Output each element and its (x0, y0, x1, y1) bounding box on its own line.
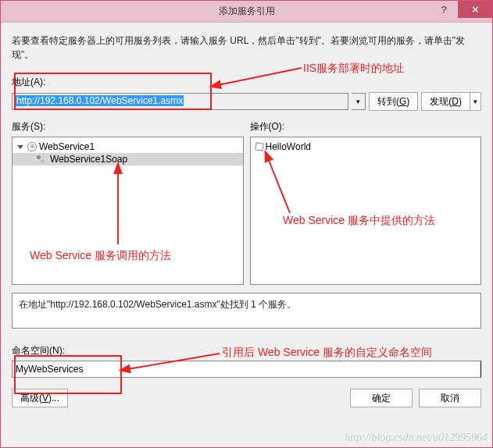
operations-label: 操作(O): (250, 120, 482, 133)
operation-item[interactable]: HelloWorld (251, 140, 481, 153)
address-label: 地址(A): (12, 76, 481, 89)
ok-button[interactable]: 确定 (350, 389, 413, 407)
services-column: 服务(S): ⊕ WebService1 WebService1Soap (12, 120, 244, 285)
expand-icon[interactable] (17, 145, 23, 149)
address-dropdown-arrow[interactable]: ▾ (352, 93, 366, 110)
operations-listbox[interactable]: HelloWorld (250, 137, 482, 285)
status-text: 在地址"http://192.168.0.102/WebService1.asm… (19, 299, 296, 310)
advanced-button[interactable]: 高级(V)... (12, 389, 68, 407)
columns: 服务(S): ⊕ WebService1 WebService1Soap 操作(… (12, 120, 481, 285)
address-value: http://192.168.0.102/WebService1.asmx (16, 95, 184, 106)
cancel-button[interactable]: 取消 (419, 389, 481, 407)
watermark: http://blog.csdn.net/u012995964 (345, 432, 488, 444)
status-box: 在地址"http://192.168.0.102/WebService1.asm… (12, 293, 481, 329)
help-button[interactable]: ? (430, 1, 458, 18)
discover-dropdown[interactable]: ▾ (470, 92, 481, 111)
discover-split-button: 发现(D) ▾ (421, 92, 481, 111)
endpoint-icon (37, 155, 48, 163)
go-button[interactable]: 转到(G) (369, 92, 418, 111)
tree-item-label: WebService1Soap (50, 154, 127, 165)
operations-column: 操作(O): HelloWorld (250, 120, 482, 285)
address-row: http://192.168.0.102/WebService1.asmx ▾ … (12, 92, 481, 111)
tree-root[interactable]: ⊕ WebService1 (13, 140, 243, 153)
method-icon (255, 142, 263, 151)
dialog-title: 添加服务引用 (219, 5, 275, 18)
namespace-label: 命名空间(N): (12, 344, 481, 357)
tree-root-label: WebService1 (39, 141, 95, 152)
instruction-text: 若要查看特定服务器上的可用服务列表，请输入服务 URL，然后单击"转到"。若要浏… (12, 34, 481, 62)
window-controls: ? ✕ (430, 1, 492, 18)
services-label: 服务(S): (12, 120, 244, 133)
address-input[interactable]: http://192.168.0.102/WebService1.asmx (12, 93, 348, 110)
dialog-window: 添加服务引用 ? ✕ 若要查看特定服务器上的可用服务列表，请输入服务 URL，然… (0, 0, 493, 448)
footer: 高级(V)... 确定 取消 (12, 389, 481, 407)
namespace-input[interactable] (12, 361, 481, 378)
globe-icon: ⊕ (27, 142, 37, 151)
operation-label: HelloWorld (266, 141, 311, 152)
tree-item[interactable]: WebService1Soap (13, 153, 243, 165)
dialog-content: 若要查看特定服务器上的可用服务列表，请输入服务 URL，然后单击"转到"。若要浏… (1, 23, 492, 417)
close-button[interactable]: ✕ (458, 1, 492, 18)
titlebar[interactable]: 添加服务引用 ? ✕ (1, 1, 492, 23)
discover-button[interactable]: 发现(D) (421, 92, 470, 111)
services-listbox[interactable]: ⊕ WebService1 WebService1Soap (12, 137, 244, 285)
